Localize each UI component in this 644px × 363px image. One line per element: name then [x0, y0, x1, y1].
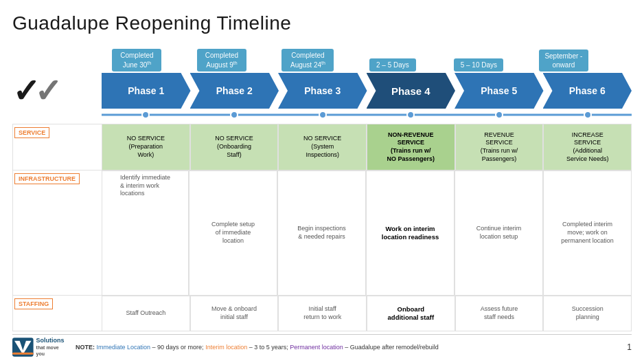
service-cell-6: INCREASESERVICE(AdditionalService Needs)	[543, 124, 632, 170]
service-cell-1: NO SERVICE(PreparationWork)	[102, 124, 190, 170]
service-row: NO SERVICE(PreparationWork) NO SERVICE(O…	[102, 124, 632, 170]
checkmark-2: ✓	[34, 72, 62, 110]
tl-dot-5	[495, 111, 503, 119]
svg-rect-2	[12, 352, 34, 354]
note-interim: Interim location	[205, 344, 247, 351]
phase-3-arrow: Phase 3	[278, 73, 367, 109]
phases-container: Phase 1 Phase 2 Phase 3 Phase 4 Phase 5 …	[102, 73, 632, 109]
phase-1-arrow: Phase 1	[102, 73, 191, 109]
infra-cell-3: Begin inspections& needed repairs	[277, 170, 366, 296]
note-label: NOTE:	[76, 344, 95, 351]
staffing-cell-3: Initial staffreturn to work	[278, 296, 367, 331]
staffing-cell-1: Staff Outreach	[102, 296, 190, 331]
tl-dot-2	[230, 111, 238, 119]
logo-text: Solutions that move you	[36, 337, 67, 358]
phases-row: ✓ ✓ Phase 1 Phase 2 Phase 3 Phase 4 Pha	[12, 73, 632, 109]
date-label-2: CompletedAugust 9th	[197, 49, 246, 72]
staffing-cell-5: Assess futurestaff needs	[455, 296, 544, 331]
timeline-line	[102, 114, 632, 116]
staffing-cell-2: Move & onboardinitial staff	[190, 296, 279, 331]
staffing-row: Staff Outreach Move & onboardinitial sta…	[102, 296, 632, 331]
page-number: 1	[627, 342, 632, 352]
checkmarks-area: ✓ ✓	[12, 73, 102, 109]
infra-row: Identify immediate& interim worklocation…	[102, 170, 632, 296]
row-label-col: SERVICE INFRASTRUCTURE STAFFING	[12, 124, 102, 331]
footer: Solutions that move you NOTE: Immediate …	[12, 334, 632, 356]
phase-5-arrow: Phase 5	[455, 73, 544, 109]
tl-dot-3	[319, 111, 327, 119]
phase-4-label: Phase 4	[391, 85, 430, 97]
date-label-3: CompletedAugust 24th	[281, 49, 334, 72]
timeline-area: CompletedJune 30th CompletedAugust 9th C…	[12, 41, 632, 331]
staffing-cell-6: Successionplanning	[543, 296, 632, 331]
phase-4-arrow: Phase 4	[367, 73, 456, 109]
page-title: Guadalupe Reopening Timeline	[12, 12, 632, 34]
date-label-4: 2 – 5 Days	[369, 58, 416, 72]
service-cell-2: NO SERVICE(OnboardingStaff)	[190, 124, 279, 170]
date-label-6: September -onward	[539, 50, 588, 72]
phase-2-arrow: Phase 2	[190, 73, 279, 109]
infra-cell-2: Complete setupof immediatelocation	[189, 170, 277, 296]
service-cell-3: NO SERVICE(SystemInspections)	[278, 124, 367, 170]
footer-logo: Solutions that move you	[12, 337, 67, 358]
date-label-5: 5 – 10 Days	[454, 58, 503, 72]
service-label: SERVICE	[14, 127, 49, 138]
staffing-cell-4: Onboardadditional staff	[367, 296, 455, 331]
note-permanent: Permanent location	[290, 344, 343, 351]
page: Guadalupe Reopening Timeline CompletedJu…	[0, 0, 644, 363]
phase-6-arrow: Phase 6	[543, 73, 632, 109]
date-label-1: CompletedJune 30th	[112, 49, 161, 72]
infra-cell-5: Continue interimlocation setup	[455, 170, 543, 296]
phase-2-label: Phase 2	[216, 85, 253, 96]
footer-note: NOTE: Immediate Location – 90 days or mo…	[76, 344, 621, 351]
infra-cell-4: Work on interimlocation readiness	[366, 170, 455, 296]
phase-1-label: Phase 1	[128, 85, 164, 96]
content-grid: NO SERVICE(PreparationWork) NO SERVICE(O…	[102, 124, 632, 331]
staffing-label: STAFFING	[14, 298, 53, 309]
date-row: CompletedJune 30th CompletedAugust 9th C…	[102, 41, 632, 72]
infra-cell-6: Completed interimmove; work onpermanent …	[543, 170, 632, 296]
service-cell-4: NON-REVENUESERVICE(Trains run w/NO Passe…	[367, 124, 455, 170]
phase-3-label: Phase 3	[304, 85, 341, 96]
phase-6-label: Phase 6	[569, 85, 606, 96]
tl-dot-6	[584, 111, 592, 119]
note-sep3: – Guadalupe after remodel/rebuild	[345, 344, 439, 351]
note-sep1: – 90 days or more;	[152, 344, 206, 351]
infrastructure-label: INFRASTRUCTURE	[14, 173, 80, 184]
tl-dot-4	[406, 111, 415, 119]
tl-dot-1	[141, 111, 150, 119]
service-cell-5: REVENUESERVICE(Trains run w/Passengers)	[455, 124, 544, 170]
phase-5-label: Phase 5	[481, 85, 517, 96]
note-immediate: Immediate Location	[97, 344, 151, 351]
timeline-line-row	[102, 109, 632, 121]
content-section: SERVICE INFRASTRUCTURE STAFFING NO SERVI…	[12, 124, 632, 331]
infra-cell-1: Identify immediate& interim worklocation…	[102, 170, 189, 296]
note-sep2: – 3 to 5 years;	[249, 344, 290, 351]
vta-logo-icon	[12, 338, 34, 357]
